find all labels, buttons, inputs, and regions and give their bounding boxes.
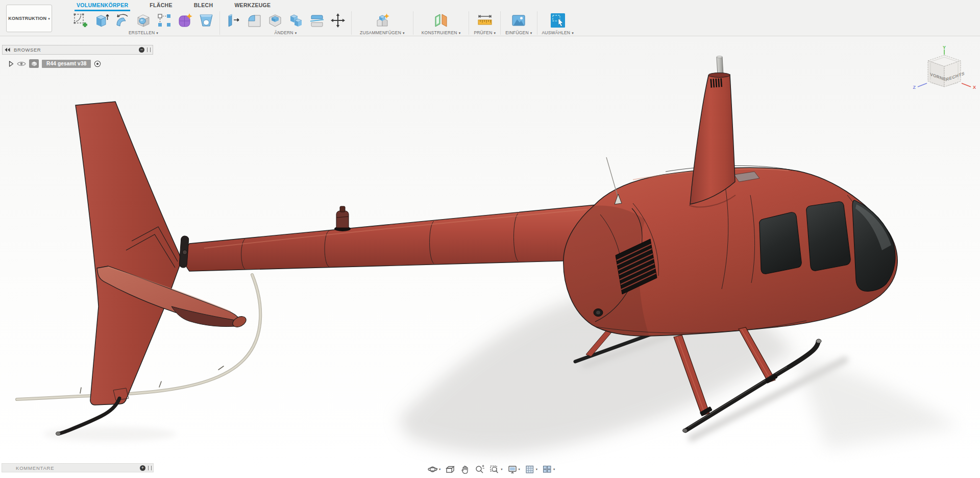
zoom-icon[interactable] [474,463,486,475]
chevron-down-icon: ▾ [439,467,440,471]
toolbar-separator [469,11,469,35]
create-sketch-icon[interactable] [72,12,89,29]
zusammenfuegen-menu[interactable]: ZUSAMMENFÜGEN ▾ [360,30,405,36]
component-name[interactable]: R44 gesamt v38 [42,60,91,68]
ribbon-icons: ERSTELLEN ▾ [69,11,576,36]
chevron-down-icon: ▾ [156,31,158,35]
look-at-icon[interactable] [444,463,456,475]
collapse-circle-icon[interactable]: − [139,47,144,53]
collapse-panel-icon[interactable] [5,47,10,52]
pruefen-menu[interactable]: PRÜFEN ▾ [474,30,496,36]
orbit-icon[interactable]: ▾ [427,463,442,475]
combine-icon[interactable] [287,12,305,29]
tab-blech[interactable]: BLECH [192,0,215,11]
toolbar-separator [500,11,501,35]
z-axis-label: Z [913,85,916,90]
add-comment-icon[interactable]: + [140,465,145,471]
extrude-icon[interactable] [93,12,110,29]
create-form-icon[interactable] [177,12,194,29]
revolve-icon[interactable] [114,12,131,29]
move-copy-icon[interactable] [329,12,347,29]
tab-flaeche[interactable]: FLÄCHE [148,0,174,11]
chevron-down-icon: ▾ [553,467,555,471]
viewport-canvas[interactable]: BROWSER − [0,36,980,478]
comments-label: KOMMENTARE [16,465,54,471]
panel-resize-grip[interactable] [147,47,151,52]
select-icon[interactable] [549,12,567,29]
beacon-light[interactable] [334,206,351,231]
insert-image-icon[interactable] [510,12,527,29]
group-pruefen: PRÜFEN ▾ [471,11,498,36]
chevron-down-icon: ▾ [530,31,532,35]
eye-icon[interactable] [17,61,26,67]
aendern-menu[interactable]: ÄNDERN ▾ [275,30,297,36]
browser-header[interactable]: BROWSER − [2,45,153,55]
grid-display-icon[interactable]: ▾ [524,463,538,475]
hole-icon[interactable] [135,12,152,29]
group-auswaehlen: AUSWÄHLEN ▾ [540,11,576,36]
browser-title: BROWSER [14,47,41,53]
measure-icon[interactable] [476,12,494,29]
toolbar-separator [537,11,537,35]
toolbar-separator [219,11,220,35]
split-body-icon[interactable] [308,12,326,29]
tail-fin[interactable] [76,102,181,405]
group-erstellen: ERSTELLEN ▾ [69,11,217,36]
fillet-icon[interactable] [246,12,263,29]
chevron-down-icon: ▾ [519,467,520,471]
y-axis-label: Y [943,45,946,50]
chevron-down-icon: ▾ [459,31,461,35]
press-pull-icon[interactable] [225,12,242,29]
construction-plane-icon[interactable] [432,12,450,29]
web-icon[interactable] [198,12,215,29]
chevron-down-icon: ▾ [501,467,502,471]
fusion-360-window: KONSTRUKTION ▾ VOLUMENKÖRPER FLÄCHE BLEC… [0,0,980,478]
group-einfuegen: EINFÜGEN ▾ [503,11,534,36]
erstellen-menu[interactable]: ERSTELLEN ▾ [129,30,158,36]
toolbar-separator [413,11,413,35]
auswaehlen-menu[interactable]: AUSWÄHLEN ▾ [542,30,574,36]
viewports-icon[interactable]: ▾ [541,463,556,475]
new-component-icon[interactable] [374,12,391,29]
rotor-mast[interactable] [689,56,736,207]
konstruktion-label: KONSTRUKTION [8,16,46,21]
x-axis-label: X [973,85,976,90]
tail-boom[interactable] [184,203,618,271]
chevron-down-icon: ▾ [295,31,297,35]
expand-arrow-icon[interactable] [9,61,14,67]
konstruktion-dropdown[interactable]: KONSTRUKTION ▾ [6,5,52,32]
helicopter-model[interactable] [0,36,980,478]
top-toolbar: KONSTRUKTION ▾ VOLUMENKÖRPER FLÄCHE BLEC… [0,0,980,36]
shell-icon[interactable] [266,12,284,29]
toolbar-separator [351,11,352,35]
z-axis [918,83,927,87]
konstruieren-menu[interactable]: KONSTRUIEREN ▾ [422,30,461,36]
panel-resize-grip[interactable] [148,466,152,470]
display-settings-icon[interactable]: ▾ [506,463,521,475]
chevron-down-icon: ▾ [403,31,405,35]
pan-icon[interactable] [459,463,471,475]
group-konstruieren: KONSTRUIEREN ▾ [415,11,467,36]
chevron-down-icon: ▾ [536,467,537,471]
group-aendern: ÄNDERN ▾ [222,11,349,36]
activate-component-icon[interactable] [94,60,101,67]
rectangular-pattern-icon[interactable] [156,12,173,29]
chevron-down-icon: ▾ [494,31,496,35]
tab-werkzeuge[interactable]: WERKZEUGE [232,0,273,11]
browser-root-item[interactable]: R44 gesamt v38 [9,59,153,68]
chevron-down-icon: ▾ [572,31,574,35]
ribbon-tabs: VOLUMENKÖRPER FLÄCHE BLECH WERKZEUGE [75,0,273,11]
chevron-down-icon: ▾ [48,17,50,20]
tab-volumenkoerper[interactable]: VOLUMENKÖRPER [75,0,130,11]
navigation-bar: ▾ [427,463,556,475]
browser-panel: BROWSER − [2,45,153,68]
group-zusammenfuegen: ZUSAMMENFÜGEN ▾ [354,11,411,36]
comments-bar[interactable]: KOMMENTARE + [2,463,154,472]
zoom-window-icon[interactable]: ▾ [488,463,503,475]
component-icon [29,59,39,68]
view-cube[interactable]: Y Z X VORNE RECHTS [911,45,977,100]
x-axis [962,83,971,87]
einfuegen-menu[interactable]: EINFÜGEN ▾ [505,30,532,36]
